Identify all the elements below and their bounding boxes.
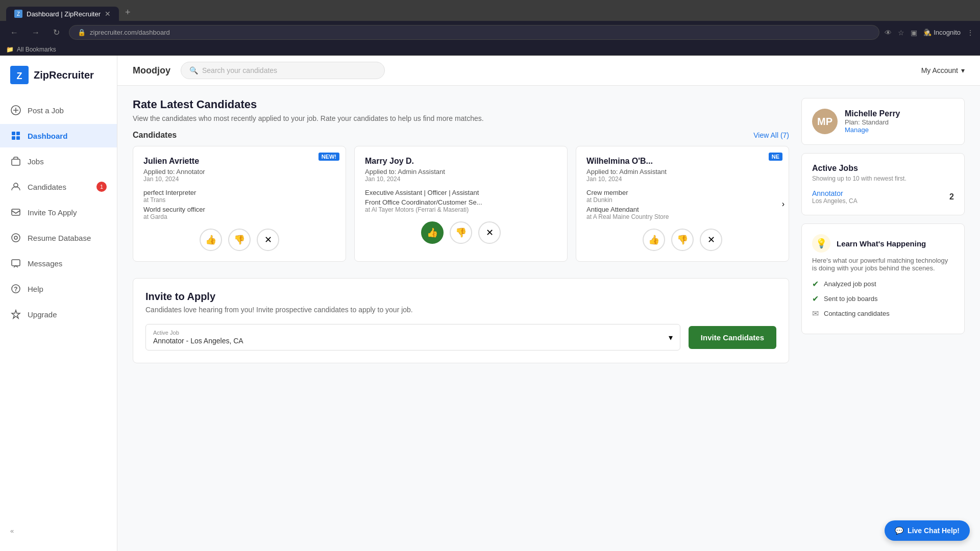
sidebar-item-jobs[interactable]: Jobs bbox=[0, 149, 117, 173]
sidebar-item-invite-to-apply[interactable]: Invite To Apply bbox=[0, 201, 117, 224]
address-bar[interactable]: 🔒 ziprecruiter.com/dashboard bbox=[69, 25, 879, 40]
sidebar-item-candidates[interactable]: Candidates 1 bbox=[0, 175, 117, 198]
like-btn-2[interactable]: 👍 bbox=[643, 229, 665, 251]
like-btn-0[interactable]: 👍 bbox=[200, 229, 222, 251]
sidebar-toggle-icon[interactable]: ▣ bbox=[911, 29, 917, 37]
neutral-btn-0[interactable]: 👎 bbox=[228, 229, 251, 251]
invite-candidates-btn[interactable]: Invite Candidates bbox=[689, 326, 776, 349]
learn-desc: Here's what our powerful matching techno… bbox=[812, 257, 954, 272]
url-text: ziprecruiter.com/dashboard bbox=[90, 29, 170, 36]
upgrade-icon bbox=[10, 309, 21, 320]
chat-icon: 💬 bbox=[895, 527, 903, 535]
sidebar-item-help[interactable]: ? Help bbox=[0, 277, 117, 300]
job-company2-0: at Garda bbox=[143, 213, 335, 220]
job-listing-details: Annotator Los Angeles, CA bbox=[812, 189, 857, 205]
new-tab-btn[interactable]: + bbox=[120, 4, 222, 21]
learn-item-1: ✔ Sent to job boards bbox=[812, 294, 954, 304]
neutral-btn-2[interactable]: 👎 bbox=[671, 229, 694, 251]
forward-btn[interactable]: → bbox=[28, 26, 44, 39]
browser-chrome: Z Dashboard | ZipRecruiter ✕ + bbox=[0, 0, 980, 21]
active-tab[interactable]: Z Dashboard | ZipRecruiter ✕ bbox=[6, 7, 119, 21]
sidebar-item-label: Jobs bbox=[28, 157, 44, 166]
sidebar-item-messages[interactable]: Messages bbox=[0, 252, 117, 275]
sidebar-item-label: Help bbox=[28, 285, 43, 293]
svg-rect-14 bbox=[12, 260, 20, 266]
new-badge-2: NE bbox=[769, 153, 782, 161]
active-job-label: Active Job bbox=[153, 330, 243, 336]
job-title1-2: Crew member bbox=[586, 189, 778, 196]
live-chat-btn[interactable]: 💬 Live Chat Help! bbox=[885, 520, 970, 541]
sidebar-item-label: Candidates bbox=[28, 183, 66, 191]
rating-buttons-2: 👍 👎 ✕ bbox=[586, 229, 778, 251]
job-listing-location: Los Angeles, CA bbox=[812, 197, 857, 205]
check-icon-1: ✔ bbox=[812, 294, 819, 304]
job-company1-2: at Dunkin bbox=[586, 196, 778, 204]
dislike-btn-0[interactable]: ✕ bbox=[257, 229, 279, 251]
account-label: My Account bbox=[921, 66, 958, 74]
collapse-sidebar-btn[interactable]: « bbox=[0, 521, 117, 541]
sidebar-item-dashboard[interactable]: Dashboard bbox=[0, 124, 117, 147]
back-btn[interactable]: ← bbox=[6, 26, 22, 39]
sidebar-item-post-job[interactable]: Post a Job bbox=[0, 98, 117, 122]
chevron-down-icon: ▾ bbox=[961, 66, 965, 74]
logo-area: Z ZipRecruiter bbox=[0, 66, 117, 96]
app: Z ZipRecruiter Post a Job Dashboard Jobs bbox=[0, 56, 980, 551]
sidebar-item-label: Invite To Apply bbox=[28, 208, 77, 217]
dislike-btn-2[interactable]: ✕ bbox=[700, 229, 722, 251]
star-icon[interactable]: ☆ bbox=[898, 29, 904, 37]
active-jobs-widget: Active Jobs Showing up to 10 with newest… bbox=[801, 153, 965, 215]
like-btn-1[interactable]: 👍 bbox=[421, 221, 444, 244]
incognito-label: Incognito bbox=[934, 29, 961, 36]
applied-to-0: Applied to: Annotator bbox=[143, 168, 335, 176]
browser-tabs: Z Dashboard | ZipRecruiter ✕ + bbox=[6, 4, 974, 21]
view-all-link[interactable]: View All (7) bbox=[753, 131, 789, 139]
browser-nav: ← → ↻ 🔒 ziprecruiter.com/dashboard 👁 ☆ ▣… bbox=[0, 21, 980, 44]
svg-rect-11 bbox=[12, 209, 20, 215]
sidebar: Z ZipRecruiter Post a Job Dashboard Jobs bbox=[0, 56, 117, 551]
sidebar-item-label: Upgrade bbox=[28, 310, 57, 319]
rating-buttons-1: 👍 👎 ✕ bbox=[365, 221, 557, 244]
candidate-name-0: Julien Avriette bbox=[143, 157, 335, 166]
applied-date-0: Jan 10, 2024 bbox=[143, 176, 335, 183]
search-box[interactable]: 🔍 Search your candidates bbox=[181, 62, 385, 79]
right-sidebar: MP Michelle Perry Plan: Standard Manage … bbox=[801, 98, 965, 363]
next-arrow[interactable]: › bbox=[782, 199, 785, 209]
active-job-dropdown[interactable]: Active Job Annotator - Los Angeles, CA ▾ bbox=[145, 324, 680, 350]
bookmarks-label: All Bookmarks bbox=[17, 46, 56, 53]
user-info: Michelle Perry Plan: Standard Manage bbox=[845, 109, 900, 134]
svg-rect-8 bbox=[16, 136, 20, 140]
dislike-btn-1[interactable]: ✕ bbox=[478, 221, 501, 244]
job-title1-1: Executive Assistant | Officer | Assistan… bbox=[365, 189, 557, 196]
learn-item-label-0: Analyzed job post bbox=[824, 280, 876, 288]
resume-icon bbox=[10, 232, 21, 243]
candidate-name-2: Wilhelmina O'B... bbox=[586, 157, 778, 166]
svg-text:?: ? bbox=[14, 286, 17, 293]
job-listing-name[interactable]: Annotator bbox=[812, 189, 857, 197]
neutral-btn-1[interactable]: 👎 bbox=[450, 221, 472, 244]
topbar: Moodjoy 🔍 Search your candidates My Acco… bbox=[117, 56, 980, 86]
main-content: Moodjoy 🔍 Search your candidates My Acco… bbox=[117, 56, 980, 551]
check-icon-0: ✔ bbox=[812, 279, 819, 289]
sidebar-item-upgrade[interactable]: Upgrade bbox=[0, 303, 117, 326]
more-options-icon[interactable]: ⋮ bbox=[967, 29, 974, 37]
my-account-btn[interactable]: My Account ▾ bbox=[921, 66, 965, 74]
svg-point-12 bbox=[12, 234, 20, 242]
job-title2-0: World security officer bbox=[143, 206, 335, 213]
svg-rect-7 bbox=[12, 136, 15, 140]
bookmarks-bar: 📁 All Bookmarks bbox=[0, 44, 980, 56]
learn-widget: 💡 Learn What's Happening Here's what our… bbox=[801, 223, 965, 334]
tab-close-btn[interactable]: ✕ bbox=[105, 10, 111, 18]
manage-link[interactable]: Manage bbox=[845, 126, 900, 134]
dropdown-chevron-icon: ▾ bbox=[669, 333, 673, 342]
sidebar-item-label: Resume Database bbox=[28, 234, 91, 242]
incognito-badge: 🕵️ Incognito bbox=[923, 29, 961, 36]
invite-icon bbox=[10, 207, 21, 218]
reload-btn[interactable]: ↻ bbox=[49, 26, 64, 39]
applied-date-2: Jan 10, 2024 bbox=[586, 176, 778, 183]
user-plan: Plan: Standard bbox=[845, 118, 900, 126]
candidate-card-0: NEW! Julien Avriette Applied to: Annotat… bbox=[133, 146, 346, 262]
job-company2-1: at Al Tayer Motors (Ferrari & Maserati) bbox=[365, 206, 557, 213]
job-company2-2: at A Real Maine Country Store bbox=[586, 213, 778, 220]
learn-icon: 💡 bbox=[812, 234, 830, 253]
sidebar-item-resume-database[interactable]: Resume Database bbox=[0, 226, 117, 249]
